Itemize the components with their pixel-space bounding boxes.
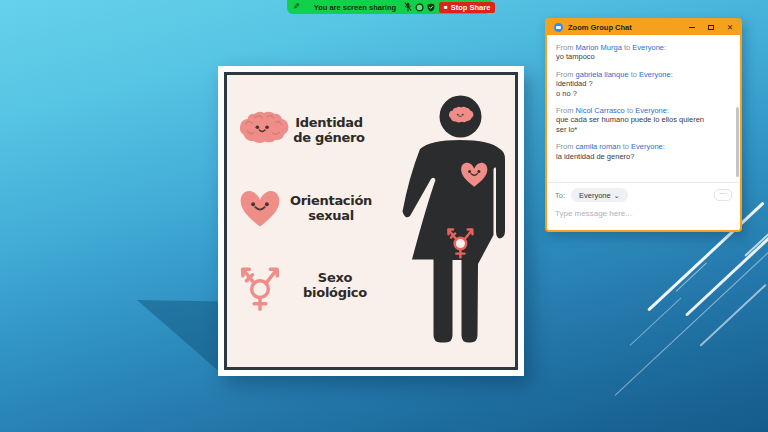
sharing-status-text: You are screen sharing [314,3,396,12]
chat-message: From Nicol Carrasco to Everyone: que cad… [556,106,731,134]
heart-icon [236,187,284,230]
stop-square-icon: ■ [444,4,448,10]
message-text: o no ? [556,89,731,98]
message-text: yo tampoco [556,52,731,61]
chat-scrollbar[interactable] [736,107,739,177]
chat-message-list: From Marion Murga to Everyone: yo tampoc… [547,35,740,182]
recipient-selector[interactable]: Everyone ⌄ [571,188,628,202]
poster-label-sexual-orientation: Orientación sexual [283,194,379,223]
security-shield-icon[interactable] [427,3,435,12]
maximize-icon[interactable] [708,25,714,31]
transgender-symbol-icon [235,258,285,312]
recipient-name[interactable]: Everyone: [639,70,673,79]
message-text: que cada ser humano puede lo ellos quier… [556,115,731,124]
more-options-button[interactable]: ··· [714,189,732,201]
zoom-chat-app-icon [554,23,563,32]
brain-icon [237,108,289,148]
chat-footer: To: Everyone ⌄ ··· [547,182,740,230]
close-icon[interactable]: ✕ [727,24,733,31]
message-text: identidad ? [556,79,731,88]
shared-slide-poster: Identidad de género Orientación sexual S… [218,66,524,376]
gender-figure-silhouette [396,92,516,354]
chevron-down-icon: ⌄ [614,193,620,198]
recipient-name[interactable]: Everyone: [631,142,665,151]
poster-label-biological-sex: Sexo biológico [289,271,381,300]
to-field-label: To: [555,191,565,200]
chat-titlebar: Zoom Group Chat ✕ [547,20,740,35]
chat-message: From camila roman to Everyone: la identi… [556,142,731,161]
poster-frame: Identidad de género Orientación sexual S… [224,72,518,370]
message-input[interactable] [555,209,732,218]
sender-name[interactable]: Nicol Carrasco [576,106,625,115]
recipient-name[interactable]: Everyone: [635,106,669,115]
message-text: la identidad de genero? [556,152,731,161]
annotate-icon[interactable]: ✎ [293,3,300,11]
stop-share-label: Stop Share [451,3,491,12]
sender-name[interactable]: gabriela llanque [576,70,629,79]
recipient-name[interactable]: Everyone: [632,43,666,52]
sender-name[interactable]: camila roman [576,142,621,151]
poster-label-gender-identity: Identidad de género [283,116,375,145]
stop-share-button[interactable]: ■ Stop Share [439,2,495,13]
chat-window-title: Zoom Group Chat [568,23,689,32]
screen-sharing-bar: ✎ You are screen sharing ■ Stop Share [287,0,491,14]
chat-message: From gabriela llanque to Everyone: ident… [556,70,731,98]
minimize-icon[interactable] [689,27,695,29]
mic-muted-icon[interactable] [404,2,412,12]
sender-name[interactable]: Marion Murga [576,43,622,52]
message-text: ser lo* [556,125,731,134]
record-icon[interactable] [415,3,424,12]
zoom-group-chat-window: Zoom Group Chat ✕ From Marion Murga to E… [545,18,742,232]
poster-cast-shadow [137,300,222,374]
chat-message: From Marion Murga to Everyone: yo tampoc… [556,43,731,62]
